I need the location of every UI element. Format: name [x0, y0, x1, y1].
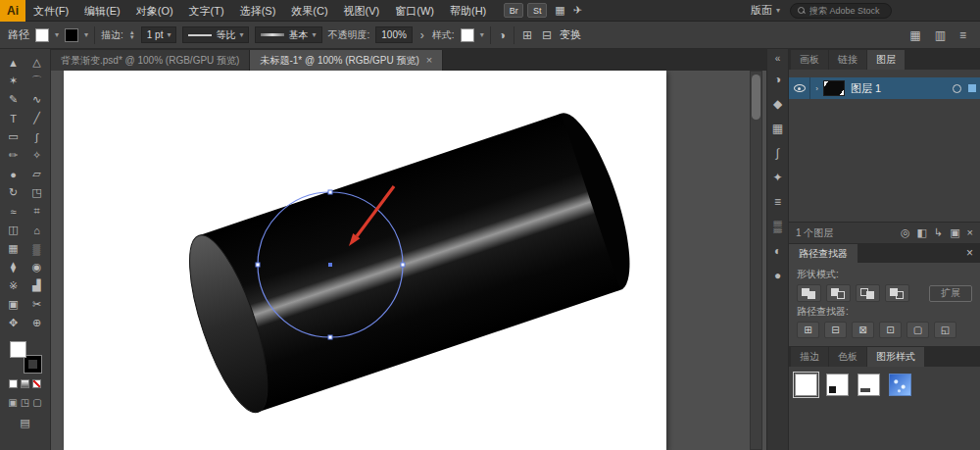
tool-gradient[interactable]: ▒ [25, 239, 49, 258]
tab-swatches[interactable]: 色板 [829, 347, 866, 367]
bridge-button[interactable]: Br [504, 3, 523, 18]
panel-icon-stroke[interactable]: ≡ [774, 196, 781, 208]
gradient-button[interactable] [21, 379, 29, 388]
tab-artboards[interactable]: 画板 [791, 50, 828, 70]
tool-blob-brush[interactable]: ● [2, 165, 25, 183]
pathfinder-button-trim[interactable]: ⊟ [824, 322, 847, 338]
layer-name[interactable]: 图层 1 [851, 81, 953, 96]
tool-shape-builder[interactable]: ◫ [2, 221, 25, 239]
tool-line-segment[interactable]: ╱ [25, 109, 49, 127]
layers-action-new-layer[interactable]: ▣ [950, 226, 959, 239]
style-thumb-blue-texture[interactable] [889, 374, 911, 396]
menu-item-help[interactable]: 帮助(H) [442, 0, 494, 22]
tool-eyedropper[interactable]: ⧫ [2, 258, 25, 276]
layer-thumbnail[interactable] [823, 80, 845, 96]
close-icon[interactable]: × [426, 55, 432, 66]
menu-item-file[interactable]: 文件(F) [25, 0, 76, 22]
close-icon[interactable]: × [959, 246, 980, 260]
scrollbar-thumb[interactable] [752, 75, 760, 120]
tool-curvature[interactable]: ∿ [25, 90, 49, 109]
minus-front-button[interactable] [826, 284, 851, 302]
menu-item-view[interactable]: 视图(V) [336, 0, 388, 22]
draw-inside-icon[interactable]: ▢ [32, 397, 41, 408]
tool-slice[interactable]: ✂ [25, 295, 49, 314]
pathfinder-button-divide[interactable]: ⊞ [797, 322, 819, 338]
tab-layers[interactable]: 图层 [867, 50, 905, 70]
menu-item-edit[interactable]: 编辑(E) [76, 0, 128, 22]
tool-rectangle[interactable]: ▭ [2, 127, 25, 146]
stock-search[interactable] [790, 3, 892, 19]
exclude-button[interactable] [885, 284, 909, 302]
width-profile-dropdown[interactable]: 等比▾ [182, 26, 249, 43]
panel-icon-gradient[interactable]: ▒ [773, 221, 782, 232]
tool-lasso[interactable]: ⌒ [25, 72, 49, 90]
tool-perspective-grid[interactable]: ⌂ [25, 221, 49, 239]
workspace-switcher[interactable]: 版面 ▾ [751, 3, 780, 18]
panel-icon-appearance[interactable]: ● [774, 270, 781, 281]
tool-paintbrush[interactable]: ∫ [25, 127, 49, 146]
tool-shaper[interactable]: ✧ [25, 146, 49, 165]
brush-definition-dropdown[interactable]: 基本▾ [255, 26, 321, 43]
tool-free-transform[interactable]: ⌗ [25, 202, 49, 221]
panel-icon-symbols[interactable]: ✦ [772, 172, 782, 183]
color-button[interactable] [9, 379, 18, 388]
tool-column-graph[interactable]: ▟ [25, 276, 49, 295]
panel-icon-brushes[interactable]: ∫ [776, 147, 779, 159]
stroke-weight-field[interactable]: 1 pt▾ [141, 26, 177, 43]
center-point[interactable] [328, 263, 332, 267]
menu-item-effect[interactable]: 效果(C) [283, 0, 335, 22]
pathfinder-button-merge[interactable]: ⊠ [852, 322, 874, 338]
style-thumb-default[interactable] [795, 374, 817, 396]
arrange-documents-icon[interactable]: ▦ [907, 28, 922, 42]
screen-mode-button[interactable]: ▤ [20, 417, 29, 429]
arrange-documents-icon[interactable]: ▦ [555, 4, 564, 17]
tool-blend[interactable]: ◉ [25, 258, 49, 276]
menu-item-select[interactable]: 选择(S) [232, 0, 284, 22]
intersect-button[interactable] [856, 284, 880, 302]
align-icon[interactable]: ⊞ [520, 28, 534, 42]
tool-type[interactable]: T [2, 109, 25, 127]
anchor-bottom[interactable] [328, 335, 332, 339]
layers-action-new-sublayer[interactable]: ↳ [934, 226, 943, 239]
style-thumb-2[interactable] [826, 374, 849, 396]
target-icon[interactable] [953, 84, 961, 93]
anchor-left[interactable] [256, 263, 260, 267]
menu-item-window[interactable]: 窗口(W) [387, 0, 442, 22]
stroke-caret-icon[interactable]: ▾ [84, 30, 88, 39]
anchor-right[interactable] [401, 263, 405, 267]
tool-pen[interactable]: ✎ [2, 90, 25, 109]
opacity-field[interactable]: 100% [375, 26, 413, 43]
layers-action-make-clip-mask[interactable]: ◧ [917, 226, 927, 239]
canvas[interactable] [51, 71, 766, 450]
tool-width[interactable]: ≈ [2, 202, 25, 221]
tab-links[interactable]: 链接 [829, 50, 866, 70]
panel-icon-color-guide[interactable]: ◆ [773, 98, 782, 110]
tool-hand[interactable]: ✥ [2, 314, 25, 332]
fill-color-box[interactable] [10, 341, 26, 358]
expand-dock-icon[interactable]: « [775, 53, 781, 64]
pathfinder-button-minus-back[interactable]: ◱ [934, 322, 956, 338]
control-menu-icon[interactable]: ≡ [957, 28, 968, 42]
tab-graphic-styles[interactable]: 图形样式 [867, 347, 924, 367]
vertical-scrollbar[interactable] [750, 71, 762, 450]
layer-row[interactable]: › 图层 1 [789, 77, 980, 99]
draw-behind-icon[interactable]: ◳ [21, 397, 29, 408]
tool-eraser[interactable]: ▱ [25, 165, 49, 183]
panel-icon-transparency[interactable]: ◐ [774, 245, 781, 257]
document-grid-icon[interactable]: ▥ [933, 28, 948, 42]
tool-pencil[interactable]: ✏ [2, 146, 25, 165]
pathfinder-button-crop[interactable]: ⊡ [879, 322, 902, 338]
tool-mesh[interactable]: ▦ [2, 239, 25, 258]
tab-stroke[interactable]: 描边 [791, 347, 828, 367]
panel-icon-color[interactable]: ◑ [774, 74, 781, 85]
fill-swatch[interactable] [35, 28, 49, 42]
tool-scale[interactable]: ◳ [25, 183, 49, 202]
tool-direct-selection[interactable]: △ [25, 53, 49, 72]
tool-magic-wand[interactable]: ✶ [2, 72, 25, 90]
style-caret-icon[interactable]: ▾ [480, 30, 484, 39]
layers-action-locate-object[interactable]: ◎ [901, 226, 910, 239]
tool-zoom[interactable]: ⊕ [25, 314, 49, 332]
app-logo[interactable]: Ai [0, 0, 25, 22]
style-swatch[interactable] [461, 28, 474, 42]
document-tab-background[interactable]: 背景渐变.psd* @ 100% (RGB/GPU 预览) [51, 50, 250, 71]
